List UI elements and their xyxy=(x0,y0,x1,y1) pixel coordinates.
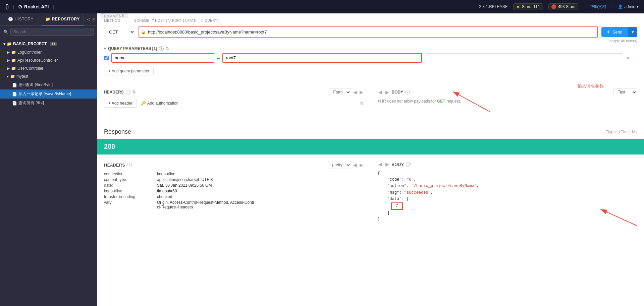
file-list[interactable]: 📄 查询所有 [/list] xyxy=(0,99,97,108)
param-more-icon[interactable]: ⋮ xyxy=(633,55,637,61)
stars-label: Stars xyxy=(522,4,531,9)
resp-header-key: keep-alive: xyxy=(104,189,154,193)
body-nav-right-button[interactable]: ▶ xyxy=(385,89,390,96)
add-query-param-button[interactable]: + Add query parameter xyxy=(104,67,154,75)
url-label: SCHEME :// HOST [ ':' PORT ] [ PATH [ '?… xyxy=(134,19,637,22)
resp-header-key: content-type: xyxy=(104,177,154,182)
pretty-select[interactable]: pretty raw xyxy=(328,161,351,169)
resp-headers-header: HEADERS i pretty raw ◀ ▶ xyxy=(104,161,364,169)
url-row: GET POST PUT DELETE 🔒 ✈ Send xyxy=(104,26,637,38)
folder-ApiResourceController[interactable]: ▶ 📁 ApiResourceController xyxy=(0,56,97,64)
param-checkbox-0[interactable] xyxy=(104,56,109,60)
method-select[interactable]: GET POST PUT DELETE xyxy=(104,27,135,37)
get-method-label: GET xyxy=(437,99,445,104)
sidebar-tree: ▾ 📁 BASIC_PROJECT 11 ▶ 📁 LogController ▶… xyxy=(0,38,97,306)
github-stars-badge[interactable]: ★ Stars 111 xyxy=(513,3,543,10)
repository-icon: 📁 xyxy=(45,17,51,21)
copy-icon: ⎘ xyxy=(93,17,95,22)
tab-history-label: HISTORY xyxy=(15,17,34,21)
main-layout: 🕐 HISTORY 📁 REPOSITORY < ⎘ 🔍 ▾ 📁 BASIC_P… xyxy=(0,13,644,306)
query-params-label: QUERY PARAMETERS [1] xyxy=(108,46,157,51)
headers-body-section: HEADERS i ⇅ Form Raw ◀ ▶ + xyxy=(97,84,644,112)
send-dropdown-button[interactable]: ▾ xyxy=(628,27,637,37)
headers-delete-icon[interactable]: 🗑 xyxy=(360,101,364,106)
body-note: XHR does not allow payloads for GET requ… xyxy=(378,99,638,104)
param-key-0[interactable] xyxy=(111,53,214,63)
tab-history[interactable]: 🕐 HISTORY xyxy=(0,13,42,25)
resp-nav-left-button[interactable]: ◀ xyxy=(353,162,358,168)
folder-mytest[interactable]: ▾ 📁 mytest xyxy=(0,72,97,80)
resp-header-val: Sat, 30 Jan 2021 09:25:56 GMT xyxy=(157,183,214,188)
admin-label: admin xyxy=(624,4,635,9)
resp-header-keep-alive: keep-alive: timeout=60 xyxy=(104,189,364,193)
param-desc-0[interactable] xyxy=(425,53,623,62)
resp-body-header: ◀ ▶ BODY i xyxy=(378,161,638,168)
annotation-input-text: 输入请求参数 xyxy=(578,83,604,89)
param-eq-icon: = xyxy=(217,55,220,61)
sidebar-collapse-button[interactable]: < xyxy=(86,15,91,23)
headers-sort-icon[interactable]: ⇅ xyxy=(132,90,136,95)
body-col-header: ◀ ▶ BODY i Text JSON XML xyxy=(378,88,638,96)
file-saveByName[interactable]: 📄 插入一条记录 [/saveByName] xyxy=(0,89,97,99)
project-root[interactable]: ▾ 📁 BASIC_PROJECT 11 xyxy=(0,40,97,48)
logo-icon: {} xyxy=(5,4,9,10)
url-label-row: METHOD SCHEME :// HOST [ ':' PORT ] [ PA… xyxy=(104,19,637,24)
param-delete-icon[interactable]: ✕ xyxy=(626,55,630,61)
query-params-header: ▾ QUERY PARAMETERS [1] i ⇅ xyxy=(104,46,637,51)
nav-right-button[interactable]: ▶ xyxy=(359,89,364,96)
resp-headers-info-icon: i xyxy=(127,163,132,167)
expand-icon: ▶ xyxy=(7,66,10,71)
resp-body-nav-right-button[interactable]: ▶ xyxy=(385,161,390,168)
brand-icon: ⊙ xyxy=(18,4,22,9)
topnav: {} | ⊙ Rocket API | 2.3.1.RELEASE ★ Star… xyxy=(0,0,644,13)
g-stars-badge[interactable]: 493 Stars xyxy=(548,3,578,10)
file-findById[interactable]: 📄 按id查询 [/findById] xyxy=(0,80,97,89)
folder-UserController[interactable]: ▶ 📁 UserController xyxy=(0,64,97,72)
resp-header-connection: connection: keep-alive xyxy=(104,172,364,176)
tab-repository[interactable]: 📁 REPOSITORY xyxy=(42,13,83,25)
resp-header-key: connection: xyxy=(104,172,154,176)
pipe-sep-2: | xyxy=(53,4,54,9)
resp-header-val: keep-alive xyxy=(157,172,175,176)
help-link[interactable]: 帮助文档 xyxy=(590,4,606,10)
resp-body-nav-left-button[interactable]: ◀ xyxy=(378,161,383,168)
nav-left-button[interactable]: ◀ xyxy=(353,89,358,96)
admin-button[interactable]: 👤 admin ▾ xyxy=(618,4,639,9)
file-name: 查询所有 [/list] xyxy=(18,100,44,106)
response-title-row: Response Elapsed Time: Ms xyxy=(97,125,644,139)
resp-body-label: BODY xyxy=(392,162,404,167)
folder-LogController[interactable]: ▶ 📁 LogController xyxy=(0,48,97,56)
headers-col-header: HEADERS i ⇅ Form Raw ◀ ▶ xyxy=(104,88,364,96)
expand-icon: ▾ xyxy=(7,74,9,79)
form-select[interactable]: Form Raw xyxy=(329,88,351,96)
resp-nav-right-button[interactable]: ▶ xyxy=(359,162,364,168)
resp-header-val: Origin, Access-Control-Request-Method, A… xyxy=(157,200,254,209)
expand-icon: ▶ xyxy=(7,58,10,63)
sort-icon[interactable]: ⇅ xyxy=(166,46,169,51)
folder-name: UserController xyxy=(17,66,43,71)
send-btn-group: ✈ Send ▾ xyxy=(601,27,637,37)
text-dropdown[interactable]: Text JSON XML xyxy=(613,88,637,96)
resp-header-date: date: Sat, 30 Jan 2021 09:25:56 GMT xyxy=(104,183,364,188)
brand: ⊙ Rocket API xyxy=(18,4,49,9)
send-button[interactable]: ✈ Send xyxy=(601,27,628,37)
add-header-button[interactable]: + Add header xyxy=(104,99,137,108)
folder-name: LogController xyxy=(17,50,42,55)
folder-icon: 📁 xyxy=(11,66,16,71)
status-bar: 200 xyxy=(97,139,644,155)
add-auth-button[interactable]: 🔑 Add authorization xyxy=(141,101,178,106)
param-value-0[interactable] xyxy=(222,53,422,63)
json-body-end: ] } xyxy=(378,210,638,223)
body-nav-left-button[interactable]: ◀ xyxy=(378,89,383,96)
file-icon: 📄 xyxy=(12,92,17,97)
length-text: length: 46 byte(s) xyxy=(104,39,637,43)
url-input[interactable] xyxy=(139,26,598,38)
folder-icon: 📁 xyxy=(10,74,15,79)
resp-header-vary: vary: Origin, Access-Control-Request-Met… xyxy=(104,200,364,209)
resp-headers-label: HEADERS xyxy=(104,163,125,168)
pipe-sep-3: | xyxy=(584,4,585,9)
request-section: METHOD SCHEME :// HOST [ ':' PORT ] [ PA… xyxy=(97,13,644,81)
lock-icon: 🔒 xyxy=(141,30,146,34)
response-body-col: ◀ ▶ BODY i { "code": "0", "action": "/ba… xyxy=(371,158,644,226)
search-input[interactable] xyxy=(10,28,94,36)
